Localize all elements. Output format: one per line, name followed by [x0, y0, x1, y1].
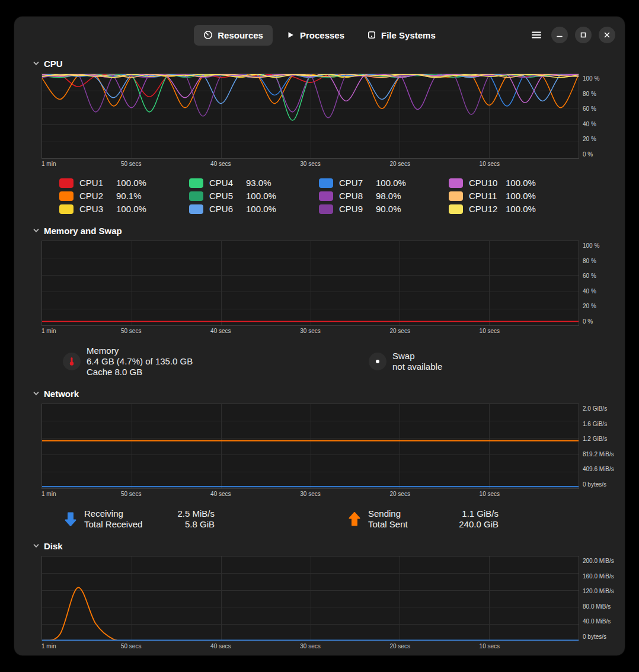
cpu-color-swatch: [319, 191, 333, 201]
down-arrow-icon: [63, 511, 78, 527]
y-axis-label: 100 %: [583, 242, 599, 249]
tab-processes[interactable]: Processes: [276, 25, 354, 46]
cpu-legend-item: CPU12100.0%: [449, 203, 579, 215]
cpu-percentage: 100.0%: [116, 178, 146, 188]
y-axis-label: 120.0 MiB/s: [583, 588, 614, 594]
y-axis-label: 80.0 MiB/s: [583, 603, 611, 609]
memory-series-lines: [42, 241, 579, 325]
cpu-percentage: 93.0%: [246, 178, 271, 188]
total-received-label: Total Received: [84, 519, 154, 530]
swap-title: Swap: [392, 351, 442, 361]
memory-usage: 6.4 GB (4.7%) of 135.0 GB: [87, 356, 193, 367]
tab-label: Resources: [218, 30, 263, 40]
y-axis-label: 409.6 MiB/s: [583, 466, 614, 472]
y-axis-label: 0 %: [583, 318, 593, 325]
sending-value: 1.1 GiB/s: [444, 508, 499, 519]
y-axis-label: 20 %: [583, 136, 596, 142]
x-axis-label: 30 secs: [300, 643, 320, 649]
cpu-color-swatch: [449, 204, 463, 214]
y-axis-label: 80 %: [583, 90, 596, 97]
memory-info: Memory 6.4 GB (4.7%) of 135.0 GB Cache 8…: [63, 345, 369, 377]
cpu-legend-item: CPU990.0%: [319, 203, 449, 215]
view-tabs: Resources Processes File Systems: [194, 25, 445, 46]
series-cpu10: [42, 74, 579, 103]
cpu-series-lines: [42, 74, 579, 158]
play-icon: [286, 30, 295, 40]
swap-dot-icon: [369, 353, 386, 370]
cpu-name: CPU1: [79, 178, 110, 188]
minimize-button[interactable]: [551, 27, 568, 43]
x-axis-label: 10 secs: [480, 328, 500, 334]
x-axis-label: 1 min: [41, 491, 56, 497]
network-series-lines: [42, 404, 579, 488]
cpu-percentage: 100.0%: [246, 191, 276, 201]
x-axis-label: 1 min: [41, 643, 56, 649]
cpu-collapse-button[interactable]: [32, 59, 40, 68]
cpu-legend-item: CPU493.0%: [189, 177, 319, 188]
network-chart-plot: [41, 404, 579, 489]
y-axis-label: 0 %: [583, 151, 593, 158]
disk-series-lines: [42, 556, 579, 641]
cpu-legend: CPU1100.0%CPU290.1%CPU3100.0%CPU493.0%CP…: [59, 177, 625, 215]
cpu-color-swatch: [449, 191, 463, 201]
network-chart-x-axis: 1 min50 secs40 secs30 secs20 secs10 secs: [41, 491, 579, 500]
disk-section-title: Disk: [44, 541, 63, 551]
section-header-memory: Memory and Swap: [32, 224, 611, 237]
gauge-icon: [203, 30, 213, 40]
cpu-color-swatch: [59, 204, 74, 214]
disk-collapse-button[interactable]: [32, 542, 40, 550]
cpu-chart-x-axis: 1 min50 secs40 secs30 secs20 secs10 secs: [41, 161, 579, 170]
cpu-name: CPU5: [209, 191, 240, 201]
x-axis-label: 40 secs: [210, 328, 231, 334]
x-axis-label: 20 secs: [389, 161, 410, 167]
up-arrow-icon: [347, 511, 362, 527]
cpu-percentage: 100.0%: [376, 178, 406, 188]
x-axis-label: 20 secs: [389, 328, 410, 334]
disk-chart-plot: [41, 556, 579, 641]
cpu-legend-item: CPU11100.0%: [449, 190, 579, 201]
maximize-button[interactable]: [575, 27, 592, 43]
receiving-label: Receiving: [84, 508, 154, 519]
y-axis-label: 40.0 MiB/s: [583, 618, 611, 625]
memory-title: Memory: [87, 345, 193, 356]
cpu-name: CPU12: [469, 204, 500, 214]
x-axis-label: 10 secs: [480, 161, 500, 167]
total-sent-label: Total Sent: [368, 519, 438, 530]
tab-label: Processes: [300, 30, 344, 40]
x-axis-label: 10 secs: [480, 491, 500, 497]
cpu-legend-item: CPU3100.0%: [59, 203, 189, 215]
memory-cache: Cache 8.0 GB: [87, 367, 193, 377]
memory-collapse-button[interactable]: [32, 226, 40, 235]
cpu-color-swatch: [189, 204, 203, 214]
x-axis-label: 40 secs: [210, 161, 231, 167]
disk-chart-y-axis: 200.0 MiB/s160.0 MiB/s120.0 MiB/s80.0 Mi…: [583, 556, 621, 641]
y-axis-label: 80 %: [583, 257, 596, 264]
tab-resources[interactable]: Resources: [194, 25, 273, 46]
x-axis-label: 50 secs: [121, 491, 141, 497]
section-header-cpu: CPU: [32, 57, 611, 70]
memory-info-row: Memory 6.4 GB (4.7%) of 135.0 GB Cache 8…: [63, 345, 625, 377]
y-axis-label: 0 bytes/s: [583, 481, 606, 488]
y-axis-label: 20 %: [583, 303, 596, 309]
cpu-color-swatch: [59, 178, 74, 188]
disk-chart: 200.0 MiB/s160.0 MiB/s120.0 MiB/s80.0 Mi…: [41, 556, 579, 652]
cpu-legend-item: CPU1100.0%: [59, 177, 189, 188]
network-chart: 2.0 GiB/s1.6 GiB/s1.2 GiB/s819.2 MiB/s40…: [41, 404, 579, 500]
sending-label: Sending: [368, 508, 438, 519]
tab-file-systems[interactable]: File Systems: [357, 25, 445, 46]
cpu-name: CPU4: [209, 178, 240, 188]
receiving-info: Receiving Total Received 2.5 MiB/s 5.8 G…: [63, 508, 347, 530]
network-collapse-button[interactable]: [32, 389, 40, 398]
menu-button[interactable]: [529, 28, 544, 41]
cpu-legend-item: CPU7100.0%: [319, 177, 449, 188]
cpu-legend-item: CPU5100.0%: [189, 190, 319, 201]
series-cpu6: [42, 74, 579, 104]
chevron-down-icon: [32, 59, 40, 68]
close-button[interactable]: [599, 27, 615, 43]
cpu-color-swatch: [449, 178, 463, 188]
cpu-percentage: 100.0%: [506, 191, 536, 201]
chevron-down-icon: [32, 389, 40, 398]
network-info-row: Receiving Total Received 2.5 MiB/s 5.8 G…: [63, 508, 625, 530]
swap-info: Swap not available: [369, 345, 442, 377]
cpu-color-swatch: [319, 204, 333, 214]
